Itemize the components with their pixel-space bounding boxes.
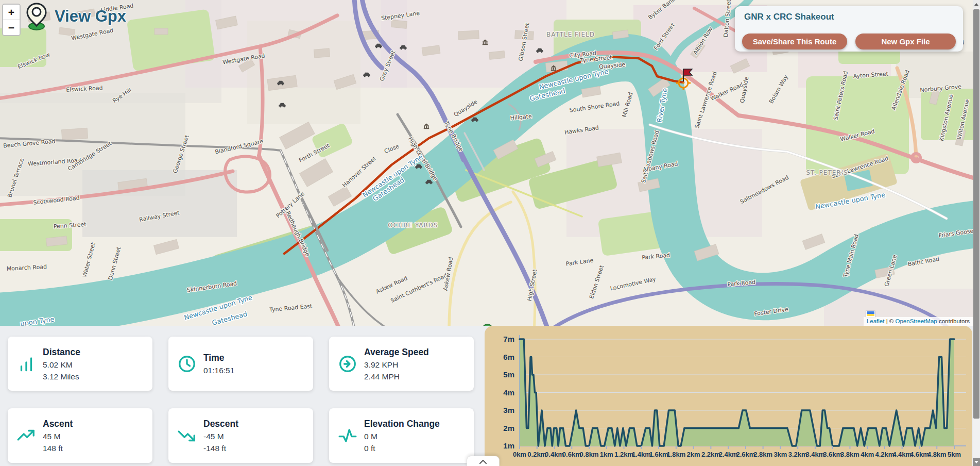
collapse-panel-button[interactable]	[467, 456, 500, 466]
brand: View Gpx	[25, 2, 126, 31]
clock-icon	[177, 354, 197, 374]
x-tick-label: 3.4km	[805, 451, 824, 458]
y-tick-label: 2m	[503, 424, 514, 432]
scroll-up-arrow[interactable]	[973, 0, 980, 8]
x-tick-label: 0.8km	[580, 451, 599, 458]
stat-card-descent: Descent -45 M-148 ft	[168, 408, 313, 463]
x-tick-label: 4.4km	[892, 451, 912, 458]
y-tick-label: 1m	[503, 441, 514, 450]
x-tick-label: 5km	[948, 451, 961, 458]
zoom-in-button[interactable]: +	[3, 5, 20, 20]
y-tick-label: 5m	[503, 370, 514, 379]
trending-up-icon	[16, 426, 36, 445]
scrollbar-thumb[interactable]	[973, 9, 979, 419]
stat-card-distance: Distance 5.02 KM3.12 Miles	[8, 337, 152, 391]
x-tick-label: 1km	[600, 451, 613, 458]
chevron-up-icon	[479, 459, 487, 464]
x-tick-label: 4.2km	[875, 451, 895, 458]
page-scrollbar	[973, 0, 980, 466]
scroll-down-arrow[interactable]	[973, 458, 980, 466]
x-tick-label: 0.6km	[562, 451, 581, 458]
stat-title: Elevation Change	[364, 419, 440, 429]
osm-link[interactable]: OpenStreetMap	[896, 318, 937, 324]
activity-icon	[338, 426, 357, 445]
ukraine-flag-icon	[866, 311, 875, 318]
x-tick-label: 4.8km	[927, 451, 947, 458]
map-area-label: BATTLE FIELD	[546, 31, 595, 38]
stats-panel: Distance 5.02 KM3.12 Miles Time 01:16:51…	[0, 326, 973, 466]
zoom-out-button[interactable]: −	[3, 20, 20, 35]
stat-value: 3.12 Miles	[43, 372, 80, 381]
stat-title: Time	[203, 353, 234, 363]
x-tick-label: 3.2km	[788, 451, 807, 458]
x-tick-label: 4km	[861, 451, 874, 458]
page-title: View Gpx	[55, 7, 126, 26]
stat-value: -45 M	[203, 432, 238, 441]
x-tick-label: 1.4km	[632, 451, 651, 458]
stat-value: 45 M	[43, 432, 73, 441]
stat-value: 0 M	[364, 432, 440, 441]
x-tick-label: 0.4km	[545, 451, 564, 458]
stat-card-average-speed: Average Speed 3.92 KPH2.44 MPH	[329, 337, 474, 391]
elevation-chart[interactable]: 0km0.2km0.4km0.6km0.8km1km1.2km1.4km1.6k…	[485, 326, 972, 466]
stat-title: Average Speed	[364, 346, 429, 357]
map[interactable]: Liddle RoadWestgate RoadWestgate RoadEls…	[0, 0, 973, 326]
bar-chart-icon	[16, 354, 36, 374]
leaflet-link[interactable]: Leaflet	[867, 318, 885, 324]
map-attribution: Leaflet | © OpenStreetMap contributors	[864, 317, 973, 326]
map-area-label: ST. PETER'S	[806, 169, 848, 176]
y-tick-label: 7m	[503, 335, 514, 343]
y-tick-label: 4m	[503, 388, 514, 397]
stat-value: -148 ft	[203, 444, 238, 453]
x-tick-label: 2.4km	[719, 451, 738, 458]
x-tick-label: 2.6km	[736, 451, 755, 458]
map-zoom-control: + −	[2, 4, 21, 36]
x-tick-label: 1.6km	[649, 451, 668, 458]
x-tick-label: 2.2km	[701, 451, 720, 458]
x-tick-label: 1.8km	[666, 451, 685, 458]
stat-title: Distance	[43, 346, 80, 357]
stat-value: 01:16:51	[203, 366, 234, 375]
x-tick-label: 3km	[773, 451, 787, 458]
map-pin-icon	[25, 2, 48, 31]
route-title: GNR x CRC Shakeout	[744, 12, 834, 22]
stat-card-time: Time 01:16:51	[168, 337, 313, 391]
x-tick-label: 2km	[687, 451, 700, 458]
x-tick-label: 0.2km	[527, 451, 546, 458]
save-share-route-button[interactable]: Save/Share This Route	[742, 34, 847, 49]
stat-value: 148 ft	[43, 444, 73, 453]
stat-value: 0 ft	[364, 444, 440, 453]
x-tick-label: 3.8km	[840, 451, 859, 458]
y-tick-label: 3m	[503, 406, 514, 414]
x-tick-label: 4.6km	[910, 451, 929, 458]
x-tick-label: 0km	[513, 451, 526, 458]
stat-value: 5.02 KM	[43, 360, 80, 369]
x-tick-label: 3.6km	[823, 451, 842, 458]
stat-card-elevation-change: Elevation Change 0 M0 ft	[329, 408, 474, 463]
route-panel: GNR x CRC Shakeout Save/Share This Route…	[735, 6, 963, 52]
map-area-label: OCHRE YARDS	[388, 222, 438, 229]
trending-down-icon	[177, 426, 197, 445]
stat-title: Ascent	[43, 419, 73, 429]
new-gpx-file-button[interactable]: New Gpx File	[855, 34, 956, 49]
stat-value: 3.92 KPH	[364, 360, 429, 369]
x-tick-label: 1.2km	[614, 451, 633, 458]
stat-title: Descent	[203, 419, 238, 429]
stat-value: 2.44 MPH	[364, 372, 429, 381]
stat-card-ascent: Ascent 45 M148 ft	[8, 408, 152, 463]
y-tick-label: 6m	[503, 353, 514, 361]
arrow-right-circle-icon	[338, 354, 357, 374]
elevation-chart-panel: 0km0.2km0.4km0.6km0.8km1km1.2km1.4km1.6k…	[485, 326, 972, 466]
x-tick-label: 2.8km	[753, 451, 772, 458]
gpx-viewer-app: Liddle RoadWestgate RoadWestgate RoadEls…	[0, 0, 980, 466]
